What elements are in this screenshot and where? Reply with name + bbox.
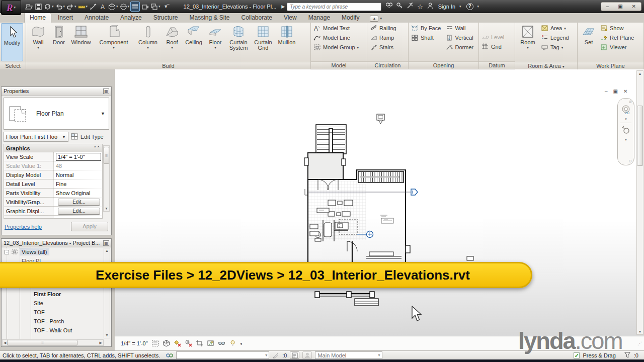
component-button[interactable]: Component ▾ [94,23,134,61]
browser-horizontal-scrollbar[interactable]: ◀ ☰ ▶ [2,339,104,346]
tab-manage[interactable]: Manage [303,13,335,23]
opening-vertical-button[interactable]: Vertical [444,33,478,42]
detail-level-icon[interactable] [151,339,159,348]
application-menu-button[interactable]: R▾ [1,0,21,15]
tab-collaborate[interactable]: Collaborate [236,13,277,23]
model-text-button[interactable]: AModel Text [312,23,366,33]
communication-center-icon[interactable] [407,2,414,11]
graphic-display-edit-button[interactable]: Edit... [58,208,100,215]
subscription-center-icon[interactable] [396,2,403,11]
parts-visibility-value[interactable]: Show Original [54,189,102,197]
display-model-value[interactable]: Normal [54,170,102,179]
column-button[interactable]: Column ▾ [134,23,162,61]
save-button[interactable] [34,2,43,12]
chevron-down-icon[interactable]: ▾ [625,138,627,142]
view-restore-button[interactable]: ▣ [613,88,618,95]
minimize-button[interactable]: – [606,4,609,9]
aligned-dimension-button[interactable] [89,2,98,12]
roof-button[interactable]: Roof ▾ [162,23,182,61]
worksets-dialog-button[interactable] [290,351,299,359]
edit-type-button[interactable]: Edit Type [71,133,104,140]
area-button[interactable]: Area▾ [539,23,571,33]
navbar-close-icon[interactable]: ⊗ [628,100,632,104]
curtain-system-button[interactable]: Curtain System [225,23,252,61]
crop-view-icon[interactable] [196,339,203,348]
redo-button[interactable]: ▾ [66,2,77,12]
viewbar-expand-icon[interactable]: ◂ [240,341,242,346]
tree-item-tof[interactable]: TOF [2,308,111,317]
section-button[interactable]: ▾ [119,2,130,12]
ramp-button[interactable]: Ramp [368,33,407,42]
wall-button[interactable]: Wall ▾ [27,23,49,61]
view-minimize-button[interactable]: – [605,88,608,95]
show-crop-region-icon[interactable] [207,339,214,348]
scroll-down-icon[interactable]: ▼ [638,330,642,333]
scroll-left-icon[interactable]: ◀ [4,341,6,345]
model-group-button[interactable]: Model Group▾ [312,42,366,52]
tree-item-site[interactable]: Site [2,299,111,308]
tree-item-tof-walk-out[interactable]: TOF - Walk Out [2,326,111,335]
close-hidden-windows-button[interactable] [140,2,149,12]
railing-button[interactable]: Railing [368,23,407,33]
scroll-down-icon[interactable]: ▼ [105,332,109,338]
grid-button[interactable]: Grid [480,42,514,52]
tag-button[interactable]: A [98,2,107,12]
instance-selector[interactable]: Floor Plan: First Floo ▼ [4,132,68,142]
ribbon-minimize-toggle[interactable]: ▲▾ [370,16,382,22]
collapse-node-icon[interactable]: − [5,250,9,254]
tab-home[interactable]: Home [24,13,51,23]
favorites-star-icon[interactable]: ☆ [417,4,423,10]
scrollbar-thumb[interactable]: ☰ [104,147,109,164]
browser-vertical-scrollbar[interactable]: ▲ ▼ [104,248,110,338]
visual-style-icon[interactable] [163,339,170,348]
room-button[interactable]: Room ▾ [516,23,539,61]
tree-item-views[interactable]: − Views (all) [2,247,111,256]
opening-by-face-button[interactable]: By Face [410,23,443,33]
filter-icon[interactable] [624,351,631,359]
ceiling-button[interactable]: Ceiling [182,23,205,61]
open-button[interactable] [24,2,33,12]
reveal-hidden-elements-icon[interactable] [229,339,236,348]
help-icon[interactable]: ? [466,3,473,10]
tag-room-button[interactable]: Tag▾ [539,42,571,52]
scrollbar-thumb[interactable] [637,106,643,166]
door-button[interactable]: Door [49,23,68,61]
resize-grip[interactable]: ⋰ [637,341,642,346]
visibility-edit-button[interactable]: Edit... [58,199,100,206]
scroll-down-icon[interactable]: ▼ [105,206,108,211]
tab-modify[interactable]: Modify [337,13,364,23]
tab-massing-site[interactable]: Massing & Site [184,13,234,23]
thin-lines-button[interactable] [130,2,140,12]
set-work-plane-button[interactable]: Set [579,23,599,61]
qat-overflow-button[interactable]: ▼̅ [162,2,171,12]
active-workset-dropdown[interactable]: Main Model ▾ [315,351,382,359]
tree-item-first-floor[interactable]: First Floor [2,290,111,299]
opening-shaft-button[interactable]: Shaft [410,33,443,42]
view-scale-value[interactable]: 1/4" = 1'-0" [56,153,101,161]
undo-button[interactable]: ▾ [55,2,66,12]
stairs-button[interactable]: Stairs [368,42,407,52]
sun-path-icon[interactable] [174,339,181,348]
graphics-section-header[interactable]: Graphics ⌃⌃ [4,144,102,152]
canvas-vertical-scrollbar[interactable]: ▲ ▼ [636,70,643,335]
properties-scrollbar[interactable]: ☰ ▼ [103,145,110,212]
chevron-down-icon[interactable]: ▾ [625,117,627,121]
drawing-area[interactable] [115,69,644,336]
scrollbar-thumb[interactable]: ☰ [7,340,77,345]
sync-button[interactable]: ▾ [43,2,54,12]
project-browser-header[interactable]: 12_03_Interior_Elevations - Project B...… [2,239,111,247]
sign-in-label[interactable]: Sign In [438,4,455,10]
collapse-section-icon[interactable]: ⌃⌃ [94,146,100,150]
ref-plane-button[interactable]: Ref Plane [599,33,635,42]
tab-insert[interactable]: Insert [53,13,78,23]
scroll-up-icon[interactable]: ▲ [105,248,109,252]
legend-button[interactable]: Legend [539,33,571,42]
restore-button[interactable]: ▣ [618,4,622,9]
apply-button[interactable]: Apply [71,222,108,231]
properties-close-icon[interactable]: ▦ [103,88,109,94]
chevron-down-icon[interactable]: ▾ [459,5,461,9]
mullion-button[interactable]: Mullion [275,23,299,61]
tab-analyze[interactable]: Analyze [115,13,147,23]
opening-wall-button[interactable]: Wall [444,23,478,33]
view-scale-control[interactable]: 1/4" = 1'-0" [121,340,148,346]
